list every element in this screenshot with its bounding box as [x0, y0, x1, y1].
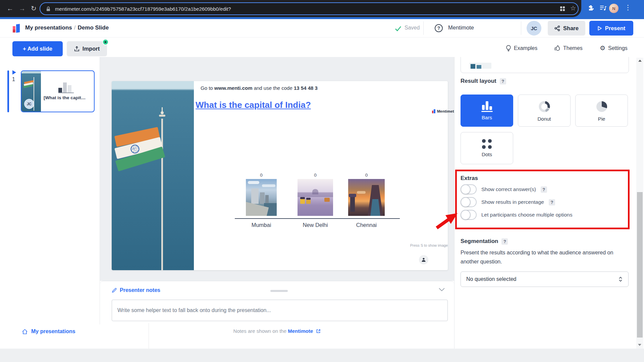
address-bar[interactable]: mentimeter.com/s/2459b757587a23ccf718795… — [40, 2, 579, 15]
layout-option-dots[interactable]: Dots — [461, 132, 513, 164]
header-divider — [521, 21, 521, 35]
import-button[interactable]: Import — [67, 41, 107, 56]
app-header: My presentations/Demo Slide Saved ? Ment… — [0, 19, 644, 38]
help-badge[interactable]: ? — [549, 199, 555, 205]
share-button[interactable]: Share — [548, 21, 585, 36]
examples-button[interactable]: Examples — [506, 45, 537, 52]
thumbnail-title: [What is the capit… — [44, 95, 94, 100]
option-image-new-delhi — [298, 179, 333, 216]
slide-thumbnail[interactable]: JC [What is the capit… — [21, 70, 95, 112]
result-layout-heading: Result layout ? — [461, 78, 506, 84]
toggle-row-multiple-options: Let participants choose multiple options — [461, 210, 572, 220]
ashoka-chakra — [130, 144, 141, 155]
presenter-notes-header[interactable]: Presenter notes — [112, 287, 160, 293]
play-icon — [597, 26, 602, 31]
option-image-mumbai — [246, 179, 277, 216]
footer-divider — [149, 323, 149, 349]
presenter-notes-panel: Presenter notes Notes are shown on the M… — [100, 281, 454, 349]
tab-grid-icon[interactable] — [559, 6, 566, 12]
show-percentage-toggle[interactable] — [461, 197, 477, 207]
header-divider — [423, 21, 424, 35]
pen-icon — [112, 288, 117, 293]
india-flag — [112, 126, 165, 170]
multiple-options-toggle[interactable] — [461, 210, 477, 220]
mentimote-help-icon[interactable]: ? — [435, 24, 443, 32]
saved-status: Saved — [405, 25, 420, 31]
home-icon — [22, 329, 28, 335]
browser-chrome: ← → ↻ mentimeter.com/s/2459b757587a23ccf… — [0, 0, 644, 19]
present-button[interactable]: Present — [589, 21, 633, 36]
segmentation-description: Present the results according to what th… — [461, 248, 623, 266]
layout-option-donut[interactable]: Donut — [518, 95, 571, 127]
slide-play-icon[interactable] — [11, 70, 17, 75]
option-label-mumbai: Mumbai — [246, 222, 277, 228]
participants-icon[interactable] — [419, 255, 428, 264]
layout-option-pie[interactable]: Pie — [575, 95, 628, 127]
pie-chart-icon — [595, 100, 608, 113]
donut-chart-icon — [538, 100, 551, 113]
slide-background-image — [112, 81, 194, 270]
option-image-chennai — [348, 179, 385, 216]
settings-button[interactable]: ⚙ Settings — [600, 45, 628, 51]
browser-menu-icon[interactable]: ⋮ — [625, 3, 631, 11]
breadcrumb-root[interactable]: My presentations — [25, 24, 72, 31]
scroll-up-icon[interactable] — [638, 60, 642, 62]
select-updown-icon — [618, 276, 623, 282]
show-correct-answers-toggle[interactable] — [461, 184, 477, 194]
breadcrumb-current[interactable]: Demo Slide — [78, 24, 109, 31]
mentimeter-editor-window: ← → ↻ mentimeter.com/s/2459b757587a23ccf… — [0, 0, 644, 362]
my-presentations-link[interactable]: My presentations — [22, 328, 75, 335]
toggle-row-show-percentage: Show results in percentage ? — [461, 197, 555, 207]
mentimote-button[interactable]: Mentimote — [448, 24, 474, 31]
scroll-down-icon[interactable] — [638, 344, 641, 346]
help-badge[interactable]: ? — [541, 186, 547, 193]
menti-domain: www.menti.com — [214, 85, 253, 91]
chart-column-new-delhi: 0 — [298, 173, 333, 216]
chart-column-chennai: 0 — [348, 173, 385, 216]
bookmark-star-icon[interactable]: ☆ — [570, 4, 576, 12]
chart-axis-line — [235, 218, 400, 219]
slide-canvas[interactable]: Go to www.menti.com and use the code 13 … — [112, 81, 448, 270]
segmentation-heading: Segmentation ? — [461, 238, 508, 245]
collapse-chevron-icon[interactable] — [439, 288, 445, 291]
browser-toolbar: ← → ↻ mentimeter.com/s/2459b757587a23ccf… — [0, 0, 581, 17]
image-preview-thumbnail[interactable] — [469, 63, 491, 69]
extensions-puzzle-icon[interactable] — [588, 5, 594, 11]
share-icon — [554, 25, 560, 31]
toggle-row-show-correct-answers: Show correct answer(s) ? — [461, 184, 547, 194]
bars-chart-icon — [481, 101, 493, 112]
lightbulb-icon — [506, 45, 511, 52]
mentimeter-watermark: Mentimeter — [432, 109, 458, 113]
question-title[interactable]: What is the capital of India? — [196, 100, 311, 110]
reading-list-icon[interactable] — [600, 5, 607, 11]
mentimote-footer-link[interactable]: Mentimote — [288, 328, 313, 334]
forward-icon[interactable]: → — [19, 4, 25, 13]
vote-count: 0 — [348, 173, 385, 178]
option-label-chennai: Chennai — [348, 222, 385, 228]
active-slide-indicator — [7, 70, 9, 112]
presenter-notes-input[interactable] — [112, 300, 448, 321]
add-slide-button[interactable]: + Add slide — [12, 41, 63, 56]
thumbnail-avatar: JC — [24, 99, 34, 109]
help-badge[interactable]: ? — [500, 78, 506, 84]
layout-option-bars[interactable]: Bars — [461, 95, 513, 127]
help-badge[interactable]: ? — [501, 238, 508, 245]
vote-count: 0 — [246, 173, 277, 178]
import-premium-star-badge: ★ — [102, 39, 109, 45]
image-section-card-partial — [461, 57, 629, 73]
scrollbar-thumb[interactable] — [637, 192, 643, 338]
notes-footer: Notes are shown on the Mentimote — [100, 328, 454, 334]
user-avatar[interactable]: JC — [527, 21, 541, 36]
mentimeter-mark-icon — [432, 109, 436, 113]
back-icon[interactable]: ← — [7, 4, 13, 13]
themes-button[interactable]: Themes — [554, 45, 583, 51]
vote-count: 0 — [298, 173, 333, 178]
droplet-icon — [554, 45, 560, 51]
segmentation-select[interactable]: No question selected — [461, 272, 629, 287]
join-instruction: Go to www.menti.com and use the code 13 … — [201, 85, 318, 91]
external-link-icon — [316, 329, 321, 334]
mentimeter-logo-icon[interactable] — [12, 24, 21, 33]
reload-icon[interactable]: ↻ — [31, 4, 37, 13]
browser-profile-avatar[interactable]: N — [609, 4, 619, 13]
panel-drag-handle[interactable] — [270, 290, 288, 292]
